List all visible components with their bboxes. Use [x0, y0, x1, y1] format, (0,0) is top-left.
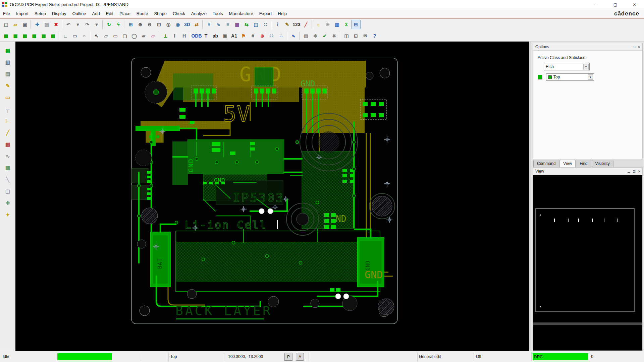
add-tool-icon[interactable]: ✚: [3, 199, 12, 207]
clip-delete-icon[interactable]: ✖: [329, 31, 339, 41]
clip-settings-icon[interactable]: ✱: [311, 31, 320, 41]
thumbnail-splitter[interactable]: [533, 322, 642, 325]
menu-edit[interactable]: Edit: [103, 9, 116, 18]
dot-grid-icon[interactable]: ∷: [261, 20, 270, 29]
array-icon[interactable]: ∷: [267, 31, 276, 41]
spacing-narrow-icon[interactable]: I: [170, 31, 179, 41]
swap-icon[interactable]: ⇆: [242, 20, 251, 29]
chevron-down-icon[interactable]: ▾: [588, 74, 593, 80]
menu-display[interactable]: Display: [49, 9, 69, 18]
pcb-layout[interactable]: GND 5V: [15, 42, 529, 351]
label-icon[interactable]: A1: [229, 31, 239, 41]
shape-tool-icon[interactable]: ▢: [3, 187, 12, 196]
redo-icon[interactable]: ↷: [83, 20, 92, 29]
filled-shape-icon[interactable]: ▰: [139, 31, 148, 41]
new-file-icon[interactable]: ▢: [1, 20, 11, 29]
photo-icon[interactable]: ▣: [220, 31, 229, 41]
tab-view[interactable]: View: [559, 160, 576, 167]
target-icon[interactable]: ⊕: [258, 31, 267, 41]
menu-analyze[interactable]: Analyze: [188, 9, 210, 18]
tab-find[interactable]: Find: [576, 160, 591, 167]
menu-import[interactable]: Import: [13, 9, 32, 18]
wrench-icon[interactable]: ✦: [3, 210, 12, 219]
menu-place[interactable]: Place: [116, 9, 133, 18]
slide-icon[interactable]: ϟ: [114, 20, 123, 29]
undo-icon[interactable]: ↶: [64, 20, 73, 29]
chevron-down-icon[interactable]: ▾: [583, 64, 589, 69]
layer-visibility-swatch[interactable]: [538, 75, 542, 79]
mirror-view-icon[interactable]: ◫: [342, 31, 351, 41]
module-icon[interactable]: ▥: [3, 58, 12, 67]
tab-command[interactable]: Command: [533, 160, 559, 167]
menu-outline[interactable]: Outline: [69, 9, 89, 18]
redo-dropdown-icon[interactable]: ▾: [92, 20, 101, 29]
pin-tool-icon[interactable]: ┬: [3, 105, 12, 114]
line-tool-icon[interactable]: ╲: [3, 175, 12, 184]
polygon-tool-icon[interactable]: ▱: [101, 31, 111, 41]
clip-check-icon[interactable]: ✔: [320, 31, 329, 41]
layer-color-2-icon[interactable]: ▩: [11, 31, 20, 41]
view-3d-icon[interactable]: 3D: [182, 20, 192, 29]
waveform-icon[interactable]: ∿: [214, 20, 223, 29]
reroute-icon[interactable]: ↻: [104, 20, 114, 29]
minimize-button[interactable]: —: [587, 0, 606, 9]
grid-toggle-icon[interactable]: #: [204, 20, 214, 29]
flip-design-icon[interactable]: ⇄: [192, 20, 201, 29]
mail-icon[interactable]: ✉: [361, 31, 370, 41]
text-edit-icon[interactable]: T: [201, 31, 211, 41]
brush-tool-icon[interactable]: ╱: [3, 128, 12, 137]
probe-icon[interactable]: ✎: [3, 81, 12, 90]
snap-grid-icon[interactable]: #: [248, 31, 258, 41]
spline-icon[interactable]: ∿: [289, 31, 298, 41]
view-float-icon[interactable]: ⊡: [633, 170, 635, 173]
view-close-icon[interactable]: ✕: [638, 170, 641, 173]
glue-icon[interactable]: ⊥: [161, 31, 170, 41]
menu-export[interactable]: Export: [256, 9, 275, 18]
view-minimize-icon[interactable]: ⚊: [627, 170, 630, 173]
zoom-in-icon[interactable]: ⊕: [136, 20, 145, 29]
help-icon[interactable]: ?: [370, 31, 379, 41]
options-float-icon[interactable]: ⊡: [633, 45, 635, 49]
redraw-icon[interactable]: ◉: [173, 20, 182, 29]
zoom-points-icon[interactable]: ◎: [164, 20, 173, 29]
close-button[interactable]: ✕: [625, 0, 644, 9]
windows-icon[interactable]: ⊞: [126, 20, 136, 29]
matrix-icon[interactable]: ∴: [276, 31, 286, 41]
maximize-button[interactable]: ▢: [606, 0, 625, 9]
shadow-mode-icon[interactable]: ☀: [323, 20, 332, 29]
menu-route[interactable]: Route: [133, 9, 151, 18]
snapshot-icon[interactable]: ⊟: [351, 20, 361, 29]
subclass-dropdown[interactable]: Top ▾: [546, 73, 594, 81]
menu-file[interactable]: File: [0, 9, 13, 18]
artwork-icon[interactable]: ▦: [232, 20, 242, 29]
layer-color-5-icon[interactable]: ▩: [39, 31, 48, 41]
undo-dropdown-icon[interactable]: ▾: [73, 20, 83, 29]
day-mode-icon[interactable]: ☼: [314, 20, 323, 29]
menu-tools[interactable]: Tools: [210, 9, 226, 18]
export-view-icon[interactable]: ⊡: [351, 31, 361, 41]
properties-icon[interactable]: ✎: [282, 20, 292, 29]
layer-color-6-icon[interactable]: ▩: [48, 31, 58, 41]
p-button[interactable]: P: [284, 353, 292, 361]
circle-select-icon[interactable]: ◯: [129, 31, 139, 41]
rounded-rect-icon[interactable]: ▢: [120, 31, 129, 41]
clipboard-icon[interactable]: ▤: [42, 20, 51, 29]
info-icon[interactable]: i: [273, 20, 282, 29]
sigma-icon[interactable]: Σ: [342, 20, 351, 29]
menu-shape[interactable]: Shape: [151, 9, 170, 18]
copy-clip-icon[interactable]: ▤: [301, 31, 311, 41]
menu-add[interactable]: Add: [89, 9, 103, 18]
color-grid-icon[interactable]: ▦: [3, 140, 12, 149]
circle-tool-icon[interactable]: ○: [79, 31, 89, 41]
layer-color-4-icon[interactable]: ▩: [30, 31, 39, 41]
menu-manufacture[interactable]: Manufacture: [226, 9, 256, 18]
stack-layers-icon[interactable]: ▦: [3, 46, 12, 55]
corner-tool-icon[interactable]: ∟: [61, 31, 70, 41]
wave-tool-icon[interactable]: ∿: [3, 152, 12, 161]
zoom-fit-icon[interactable]: ⊡: [154, 20, 164, 29]
palette-icon[interactable]: ▩: [3, 164, 12, 172]
move-icon[interactable]: ✚: [33, 20, 42, 29]
board-view-icon[interactable]: ▤: [3, 70, 12, 78]
cross-section-icon[interactable]: ≡: [223, 20, 232, 29]
rect-tool-icon[interactable]: ▭: [70, 31, 79, 41]
